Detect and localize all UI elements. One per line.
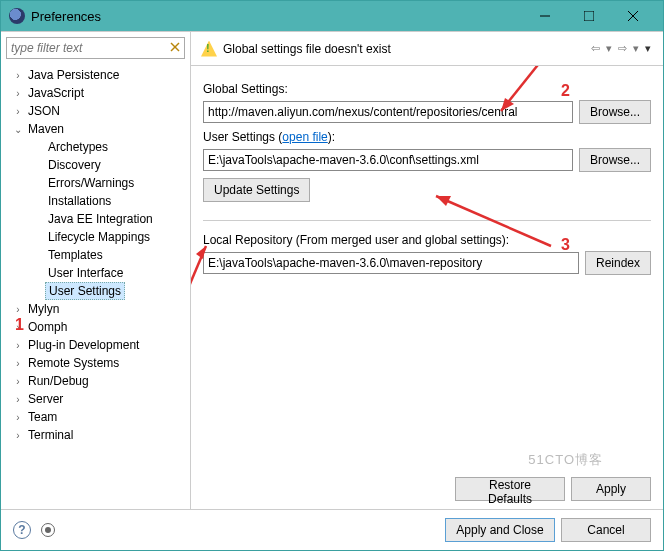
expand-icon[interactable]: › [11,70,25,81]
annotation-arrow-1 [191,226,241,386]
expand-icon[interactable]: › [11,376,25,387]
close-button[interactable] [611,1,655,31]
expand-icon[interactable]: › [11,322,25,333]
tree-item[interactable]: User Settings [3,282,190,300]
preferences-window: Preferences ›Java Persistence›JavaScript… [0,0,664,551]
filter-input[interactable] [6,37,185,59]
tree-item-label: User Interface [45,265,126,281]
tree-item-label: Archetypes [45,139,111,155]
separator [203,220,651,221]
header-nav: ⇦▾ ⇨▾ ▾ [589,42,653,55]
tree-item-label: Discovery [45,157,104,173]
sidebar: ›Java Persistence›JavaScript›JSON⌄MavenA… [1,32,191,509]
expand-icon[interactable]: › [11,430,25,441]
expand-icon[interactable]: › [11,358,25,369]
global-settings-input[interactable] [203,101,573,123]
tree-item-label: Mylyn [25,301,62,317]
tree-item[interactable]: Installations [3,192,190,210]
tree-item-label: JSON [25,103,63,119]
menu-icon[interactable]: ▾ [643,42,653,55]
expand-icon[interactable]: › [11,394,25,405]
tree-item-label: Terminal [25,427,76,443]
minimize-button[interactable] [523,1,567,31]
tree-item-label: Server [25,391,66,407]
back-menu-icon[interactable]: ▾ [604,42,614,55]
defaults-apply-bar: Restore Defaults Apply [191,469,663,509]
tree-item[interactable]: ›Run/Debug [3,372,190,390]
expand-icon[interactable]: › [11,88,25,99]
tree-item[interactable]: ›JavaScript [3,84,190,102]
window-title: Preferences [31,9,523,24]
tree-item[interactable]: ›Terminal [3,426,190,444]
tree-item-label: User Settings [45,282,125,300]
tree-item-label: Java Persistence [25,67,122,83]
dialog-body: ›Java Persistence›JavaScript›JSON⌄MavenA… [1,31,663,509]
open-file-link[interactable]: open file [282,130,327,144]
tree-item[interactable]: User Interface [3,264,190,282]
tree-item-label: Installations [45,193,114,209]
update-settings-button[interactable]: Update Settings [203,178,310,202]
expand-icon[interactable]: ⌄ [11,124,25,135]
app-icon [9,8,25,24]
tree-item[interactable]: ›Server [3,390,190,408]
tree-item[interactable]: Templates [3,246,190,264]
tree-item[interactable]: Discovery [3,156,190,174]
footer-bar: ? Apply and Close Cancel [1,509,663,550]
content-area: Global Settings: Browse... User Settings… [191,66,663,469]
tree-item-label: Lifecycle Mappings [45,229,153,245]
tree-item[interactable]: ›Java Persistence [3,66,190,84]
reindex-button[interactable]: Reindex [585,251,651,275]
tree-item-label: Run/Debug [25,373,92,389]
restore-defaults-button[interactable]: Restore Defaults [455,477,565,501]
forward-menu-icon[interactable]: ▾ [631,42,641,55]
tree-item[interactable]: ›Mylyn [3,300,190,318]
main-panel: Global settings file doesn't exist ⇦▾ ⇨▾… [191,32,663,509]
record-icon[interactable] [41,523,55,537]
clear-filter-icon[interactable] [168,40,182,54]
user-settings-input[interactable] [203,149,573,171]
help-icon[interactable]: ? [13,521,31,539]
tree-item[interactable]: ›Remote Systems [3,354,190,372]
back-icon[interactable]: ⇦ [589,42,602,55]
tree-item[interactable]: ›Oomph [3,318,190,336]
cancel-button[interactable]: Cancel [561,518,651,542]
tree-item[interactable]: ›JSON [3,102,190,120]
tree-item-label: Maven [25,121,67,137]
forward-icon[interactable]: ⇨ [616,42,629,55]
tree-item-label: Plug-in Development [25,337,142,353]
user-browse-button[interactable]: Browse... [579,148,651,172]
local-repo-input[interactable] [203,252,579,274]
tree-item[interactable]: ›Plug-in Development [3,336,190,354]
preferences-tree[interactable]: ›Java Persistence›JavaScript›JSON⌄MavenA… [1,64,190,509]
header-message: Global settings file doesn't exist [223,42,589,56]
maximize-button[interactable] [567,1,611,31]
user-settings-label: User Settings (open file): [203,130,651,144]
tree-item[interactable]: ›Team [3,408,190,426]
titlebar[interactable]: Preferences [1,1,663,31]
apply-button[interactable]: Apply [571,477,651,501]
svg-rect-1 [584,11,594,21]
expand-icon[interactable]: › [11,412,25,423]
tree-item-label: Errors/Warnings [45,175,137,191]
user-label-post: ): [328,130,335,144]
local-repo-label: Local Repository (From merged user and g… [203,233,651,247]
tree-item-label: Oomph [25,319,70,335]
tree-item-label: Team [25,409,60,425]
tree-item[interactable]: Archetypes [3,138,190,156]
filter-box [6,37,185,59]
user-label-pre: User Settings ( [203,130,282,144]
apply-and-close-button[interactable]: Apply and Close [445,518,555,542]
expand-icon[interactable]: › [11,106,25,117]
tree-item[interactable]: Java EE Integration [3,210,190,228]
tree-item-label: Remote Systems [25,355,122,371]
global-browse-button[interactable]: Browse... [579,100,651,124]
tree-item[interactable]: ⌄Maven [3,120,190,138]
expand-icon[interactable]: › [11,304,25,315]
tree-item[interactable]: Lifecycle Mappings [3,228,190,246]
warning-icon [201,41,217,57]
tree-item-label: Templates [45,247,106,263]
tree-item-label: Java EE Integration [45,211,156,227]
expand-icon[interactable]: › [11,340,25,351]
tree-item-label: JavaScript [25,85,87,101]
tree-item[interactable]: Errors/Warnings [3,174,190,192]
